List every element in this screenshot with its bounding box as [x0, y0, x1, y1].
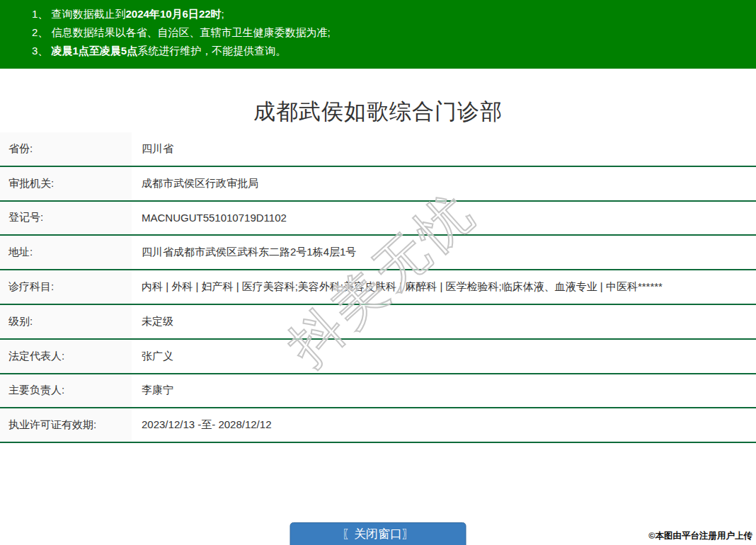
notice-number: 1、 — [32, 8, 52, 20]
notice-number: 3、 — [32, 45, 52, 57]
row-label: 诊疗科目: — [0, 270, 132, 304]
row-label: 级别: — [0, 305, 132, 338]
table-row-medical-subjects: 诊疗科目: 内科 | 外科 | 妇产科 | 医疗美容科;美容外科;美容皮肤科 |… — [0, 270, 756, 305]
table-row-address: 地址: 四川省成都市武侯区武科东二路2号1栋4层1号 — [0, 236, 756, 270]
row-label: 登记号: — [0, 202, 132, 235]
info-table: 省份: 四川省 审批机关: 成都市武侯区行政审批局 登记号: MACNUGUT5… — [0, 132, 756, 443]
row-value: MACNUGUT551010719D1102 — [132, 212, 756, 224]
row-label: 省份: — [0, 132, 132, 166]
notice-number: 2、 — [32, 26, 52, 38]
notice-text: 系统进行维护，不能提供查询。 — [137, 45, 286, 57]
close-window-button[interactable]: 〖关闭窗口〗 — [290, 522, 466, 545]
row-value: 张广义 — [132, 350, 756, 363]
page-title: 成都武侯如歌综合门诊部 — [0, 97, 756, 132]
notice-banner: 1、 查询数据截止到2024年10月6日22时; 2、 信息数据结果以各省、自治… — [0, 0, 756, 69]
table-row-level: 级别: 未定级 — [0, 305, 756, 340]
row-label: 地址: — [0, 236, 132, 269]
row-label: 审批机关: — [0, 167, 132, 200]
row-value: 四川省成都市武侯区武科东二路2号1栋4层1号 — [132, 246, 756, 259]
notice-text: 查询数据截止到 — [52, 8, 126, 20]
table-row-province: 省份: 四川省 — [0, 132, 756, 167]
row-value: 2023/12/13 -至- 2028/12/12 — [132, 418, 756, 432]
notice-line-3: 3、 凌晨1点至凌晨5点系统进行维护，不能提供查询。 — [32, 42, 756, 60]
notice-line-1: 1、 查询数据截止到2024年10月6日22时; — [32, 5, 756, 23]
notice-text: 信息数据结果以各省、自治区、直辖市卫生健康委数据为准; — [52, 26, 331, 38]
table-row-license-validity: 执业许可证有效期: 2023/12/13 -至- 2028/12/12 — [0, 408, 756, 443]
row-value: 成都市武侯区行政审批局 — [132, 177, 756, 190]
row-label: 主要负责人: — [0, 374, 132, 408]
table-row-legal-representative: 法定代表人: 张广义 — [0, 340, 756, 374]
table-row-approval-authority: 审批机关: 成都市武侯区行政审批局 — [0, 167, 756, 202]
upload-attribution: ©本图由平台注册用户上传 — [648, 530, 752, 542]
notice-line-2: 2、 信息数据结果以各省、自治区、直辖市卫生健康委数据为准; — [32, 23, 756, 42]
table-row-principal: 主要负责人: 李康宁 — [0, 374, 756, 409]
notice-text: ; — [222, 8, 224, 20]
table-row-registration-number: 登记号: MACNUGUT551010719D1102 — [0, 202, 756, 236]
notice-text-bold: 凌晨1点至凌晨5点 — [52, 45, 138, 57]
row-label: 执业许可证有效期: — [0, 408, 132, 442]
row-value: 四川省 — [132, 142, 756, 156]
notice-text-bold: 2024年10月6日22时 — [126, 8, 222, 20]
row-value: 内科 | 外科 | 妇产科 | 医疗美容科;美容外科;美容皮肤科 | 麻醉科 |… — [132, 280, 756, 294]
row-value: 未定级 — [132, 315, 756, 328]
row-label: 法定代表人: — [0, 340, 132, 373]
row-value: 李康宁 — [132, 384, 756, 397]
